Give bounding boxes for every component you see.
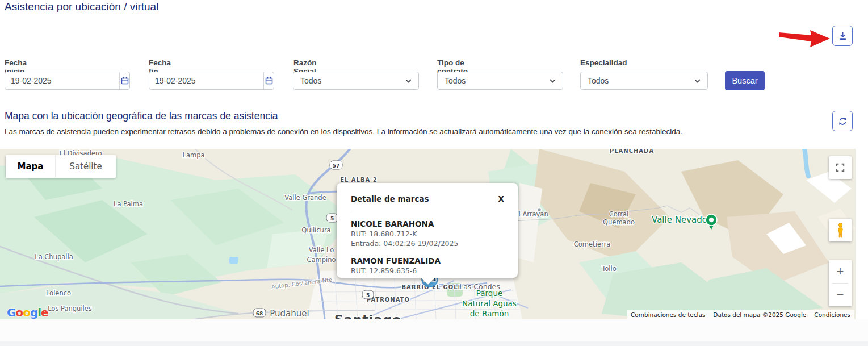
map-label-el-arrayan: El Arrayan	[514, 210, 548, 218]
google-letter: G	[7, 306, 15, 319]
map-container[interactable]: El Divisadero Lampa PLANCHADA La Palma V…	[0, 149, 856, 319]
page-edge	[0, 341, 868, 346]
chevron-down-icon	[550, 79, 556, 83]
map-label-cometierra: Cometierra	[574, 240, 610, 248]
map-label-valle-nevado: Valle Nevado	[652, 215, 707, 225]
tipo-contrato-value: Todos	[445, 76, 466, 85]
entry-rut: RUT: 12.859.635-6	[351, 266, 504, 276]
chevron-down-icon	[405, 79, 412, 83]
especialidad-label: Especialidad	[580, 59, 627, 67]
razon-social-value: Todos	[300, 76, 321, 85]
fecha-inicio-field	[5, 72, 130, 90]
map-label-parque-3: de Ramón	[470, 309, 509, 318]
map-type-map-button[interactable]: Mapa	[6, 155, 55, 178]
popup-close-button[interactable]: X	[498, 194, 504, 203]
download-icon	[838, 31, 848, 41]
popup-header: Detalle de marcas X	[351, 194, 504, 203]
map-label-planchada: PLANCHADA	[610, 149, 654, 154]
annotation-arrow-icon	[779, 27, 831, 50]
shield-5a: 5	[330, 216, 334, 222]
entry-name: NICOLE BARAHONA	[351, 219, 504, 229]
bottom-strip	[0, 319, 868, 341]
map-label-parque-1: Parque	[476, 289, 503, 298]
entry-entrada: Entrada: 04:02:26 19/02/2025	[351, 239, 504, 248]
map-label-parque-2: Natural Aguas	[462, 299, 517, 308]
map-label-campino: Campino	[307, 256, 336, 264]
shield-68: 68	[256, 311, 263, 316]
buscar-button[interactable]: Buscar	[725, 71, 765, 90]
pegman-button[interactable]	[829, 219, 852, 241]
keyboard-shortcuts-link[interactable]: Combinaciones de teclas	[627, 310, 709, 319]
map-label-quilicura: Quilicura	[301, 226, 330, 234]
map-label-el-alba: EL ALBA 2	[340, 177, 378, 183]
shield-57: 57	[333, 163, 340, 169]
map-attribution: Combinaciones de teclas Datos del mapa ©…	[627, 310, 854, 319]
google-letter: o	[15, 306, 23, 319]
razon-social-select[interactable]: Todos	[293, 72, 419, 90]
marks-detail-popup: Detalle de marcas X NICOLE BARAHONA RUT:…	[337, 183, 518, 278]
fecha-fin-calendar-button[interactable]	[263, 72, 274, 89]
refresh-icon	[838, 116, 848, 126]
map-data-attribution: Datos del mapa ©2025 Google	[709, 310, 810, 319]
fecha-inicio-input[interactable]	[5, 72, 119, 89]
map-type-control: Mapa Satélite	[6, 155, 116, 178]
fecha-inicio-calendar-button[interactable]	[119, 72, 129, 89]
zoom-control: + −	[829, 260, 852, 306]
fecha-fin-field	[149, 72, 274, 90]
map-section-title: Mapa con la ubicación geográfica de las …	[5, 110, 278, 122]
attendance-page: Asistencia por ubicación / virtual Fecha…	[0, 0, 868, 346]
google-letter: o	[23, 306, 30, 319]
map-label-valle-lo: Valle Lo	[309, 246, 334, 254]
refresh-button[interactable]	[832, 111, 853, 131]
calendar-icon	[265, 76, 274, 85]
popup-title: Detalle de marcas	[351, 194, 429, 203]
google-logo[interactable]: Google	[7, 306, 48, 319]
map-label-la-chupalla: La Chupalla	[35, 253, 73, 261]
fecha-fin-input[interactable]	[149, 72, 263, 89]
entry-name: RAMON FUENZALIDA	[351, 256, 504, 266]
page-title: Asistencia por ubicación / virtual	[5, 1, 158, 13]
fullscreen-button[interactable]	[829, 156, 852, 179]
chevron-down-icon	[694, 79, 701, 83]
map-label-lampa: Lampa	[182, 151, 204, 159]
popup-divider	[350, 211, 504, 211]
download-button[interactable]	[832, 26, 853, 46]
google-letter: e	[41, 306, 48, 319]
map-label-santiago: Santiago	[334, 312, 401, 319]
google-letter: g	[30, 306, 37, 319]
tipo-contrato-select[interactable]: Todos	[437, 72, 563, 90]
zoom-in-button[interactable]: +	[829, 260, 852, 283]
popup-entry: RAMON FUENZALIDA RUT: 12.859.635-6	[351, 256, 504, 276]
pegman-icon	[836, 223, 845, 238]
entry-rut: RUT: 18.680.712-K	[351, 229, 504, 239]
map-label-quemado: Quemado	[603, 218, 635, 226]
map-label-tollo: Tollo	[601, 265, 617, 273]
fullscreen-icon	[836, 163, 845, 172]
map-label-los-panguiles: Los Panguiles	[48, 305, 92, 312]
map-section-subtitle: Las marcas de asistencia pueden experime…	[5, 127, 682, 136]
terms-link[interactable]: Condiciones	[810, 310, 854, 319]
map-type-satellite-button[interactable]: Satélite	[55, 155, 116, 178]
especialidad-value: Todos	[588, 76, 609, 85]
calendar-icon	[120, 76, 129, 85]
map-label-la-palma: La Palma	[114, 200, 143, 208]
zoom-out-button[interactable]: −	[829, 284, 852, 306]
poi-dot	[538, 208, 542, 212]
especialidad-select[interactable]: Todos	[580, 72, 708, 90]
shield-5b: 5	[366, 293, 370, 298]
map-label-valle-grande: Valle Grande	[284, 194, 326, 202]
map-label-lolenco: Lolenco	[46, 289, 71, 297]
popup-entry: NICOLE BARAHONA RUT: 18.680.712-K Entrad…	[351, 219, 504, 248]
map-label-pudahuel: Pudahuel	[270, 309, 309, 319]
map-label-corral: Corral	[609, 210, 629, 218]
